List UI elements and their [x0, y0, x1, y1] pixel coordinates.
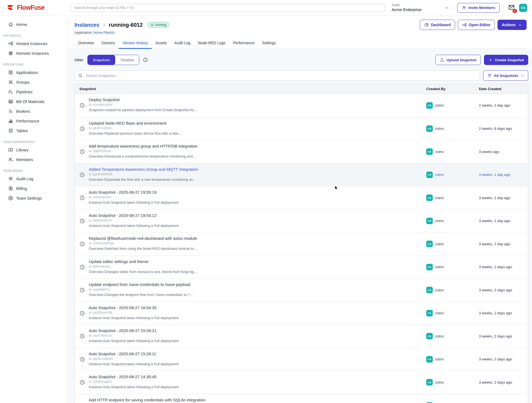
sidebar-item-bill-of-materials[interactable]: Bill Of Materials	[0, 97, 67, 106]
table-row[interactable]: Add temperature awareness group and HTTP…	[75, 140, 528, 163]
pie-chart-icon	[424, 23, 429, 27]
clock-icon	[79, 380, 85, 385]
create-snapshot-button[interactable]: Create Snapshot	[484, 55, 528, 65]
table-row[interactable]: Add HTTP endpoint for saving credentials…	[75, 394, 528, 403]
snapshots-table: Snapshot Created By Date Created Deploy …	[74, 84, 528, 403]
sidebar-item-groups[interactable]: Groups	[0, 77, 67, 87]
snapshot-title: Add HTTP endpoint for saving credentials…	[89, 398, 205, 402]
sidebar-item-performance[interactable]: Performance	[0, 116, 67, 126]
tab-overview[interactable]: Overview	[74, 38, 98, 49]
column-created-by: Created By	[426, 87, 479, 91]
snapshot-text: Auto Snapshot - 2025-08-27 14:30:45id: y…	[89, 371, 179, 394]
brokers-icon	[8, 109, 13, 114]
sidebar-item-applications[interactable]: Applications	[0, 67, 67, 77]
snapshot-title: Added Temperature Awareness Group and MQ…	[89, 167, 198, 172]
flowfuse-logo-icon	[7, 5, 15, 11]
audit-log-icon	[8, 176, 13, 181]
sidebar-item-label: Home	[16, 22, 27, 27]
table-row[interactable]: Auto Snapshot - 2025-08-27 15:28:11id: o…	[75, 348, 528, 371]
table-row[interactable]: Update endpoint from /save-credentials t…	[75, 278, 528, 302]
snapshot-title: Add temperature awareness group and HTTP…	[89, 144, 197, 148]
sidebar-item-label: Remote Instances	[16, 51, 49, 56]
page-header: Instances running-6012 running Dashboard…	[68, 16, 532, 49]
upload-snapshot-button[interactable]: Upload Snapshot	[435, 55, 481, 65]
created-by-name: cstns	[435, 334, 444, 338]
open-editor-button[interactable]: Open Editor	[458, 20, 495, 30]
view-option-snapshots[interactable]: Snapshots	[88, 55, 115, 65]
view-option-timeline[interactable]: Timeline	[115, 55, 139, 65]
snapshot-description: Instance Auto Snapshot taken following a…	[89, 224, 179, 228]
brand-name: FlowFuse	[17, 4, 45, 11]
sidebar-item-remote-instances[interactable]: Remote Instances	[0, 48, 67, 58]
sidebar-item-billing[interactable]: Billing	[0, 183, 67, 193]
created-by-name: cstns	[435, 196, 444, 200]
sidebar-item-library[interactable]: Library	[0, 145, 67, 155]
search-icon	[78, 73, 83, 78]
dashboard-button[interactable]: Dashboard	[420, 20, 455, 30]
table-row[interactable]: Deploy Snapshotid: X3o6Bw1k9WSnapshot cr…	[75, 94, 528, 117]
application-link[interactable]: Acme Plantzz	[93, 30, 115, 35]
table-row[interactable]: Auto Snapshot - 2025-08-27 19:54:12id: 0…	[75, 209, 528, 233]
notifications-button[interactable]: 5	[508, 4, 515, 12]
billing-icon	[8, 186, 13, 191]
sidebar-item-pipelines[interactable]: Pipelines	[0, 87, 67, 97]
tab-performance[interactable]: Performance	[229, 38, 258, 49]
snapshot-cell: Auto Snapshot - 2025-08-27 15:28:11id: o…	[75, 348, 426, 371]
team-label: TEAM:	[392, 4, 422, 7]
table-row[interactable]: Update editor settings and themeid: AlRP…	[75, 255, 528, 279]
table-row[interactable]: Auto Snapshot - 2025-08-27 16:04:35id: y…	[75, 302, 528, 325]
snapshot-id: id: eojkWlBPZa	[89, 288, 193, 291]
flowfuse-logo[interactable]: FlowFuse	[0, 4, 68, 11]
snapshot-text: Auto Snapshot - 2025-08-27 19:54:12id: 0…	[89, 210, 179, 233]
actions-button[interactable]: Actions	[497, 20, 527, 30]
sidebar-section-label: INSTANCES	[0, 34, 67, 37]
snapshot-title: Auto Snapshot - 2025-08-27 15:28:21	[89, 328, 179, 333]
table-row[interactable]: Updated Node-RED flows and environmentid…	[75, 117, 528, 140]
chevron-down-icon	[518, 23, 522, 27]
sidebar-item-hosted-instances[interactable]: Hosted Instances	[0, 39, 67, 48]
snapshot-description: Overview Switched from using the Node-RE…	[89, 247, 197, 251]
snapshot-filter-label: All Snapshots	[494, 74, 518, 78]
sidebar-item-members[interactable]: Members	[0, 155, 67, 164]
sidebar-item-label: Brokers	[16, 109, 30, 114]
sidebar-item-home[interactable]: Home	[0, 19, 67, 29]
table-row[interactable]: Replaced @flowfuse/node-red-dashboard wi…	[75, 232, 528, 255]
sidebar-item-team-settings[interactable]: Team Settings	[0, 193, 67, 203]
snapshot-id: id: aKZPYvEDAn	[89, 127, 182, 130]
team-search-input[interactable]	[71, 4, 385, 12]
created-by-cell: CScstns	[426, 210, 479, 233]
tab-audit-log[interactable]: Audit Log	[170, 38, 194, 49]
table-row[interactable]: Added Temperature Awareness Group and MQ…	[75, 163, 528, 186]
snapshot-title: Auto Snapshot - 2025-08-27 16:04:35	[89, 305, 179, 310]
tab-settings[interactable]: Settings	[258, 38, 280, 49]
tab-node-red-logs[interactable]: Node-RED Logs	[194, 38, 229, 49]
tab-devices[interactable]: Devices	[98, 38, 119, 49]
table-row[interactable]: Auto Snapshot - 2025-08-27 19:55:19id: n…	[75, 186, 528, 209]
members-icon	[8, 157, 13, 162]
snapshot-cell: Deploy Snapshotid: X3o6Bw1k9WSnapshot cr…	[75, 94, 426, 117]
sidebar-item-tables[interactable]: Tables	[0, 126, 67, 135]
bill-of-materials-icon	[8, 99, 13, 104]
sidebar-item-brokers[interactable]: Brokers	[0, 106, 67, 116]
created-by-cell: CScstns	[426, 302, 479, 325]
clock-icon	[79, 333, 85, 339]
snapshot-text: Deploy Snapshotid: X3o6Bw1k9WSnapshot cr…	[89, 94, 197, 117]
user-avatar[interactable]: CS	[519, 4, 527, 12]
info-icon[interactable]	[143, 57, 148, 63]
snapshot-search-input[interactable]	[85, 73, 476, 78]
breadcrumb-instances-link[interactable]: Instances	[74, 22, 99, 28]
table-row[interactable]: Auto Snapshot - 2025-08-27 14:30:45id: y…	[75, 371, 528, 394]
invite-members-button[interactable]: Invite Members	[457, 3, 500, 13]
snapshot-description: Instance Auto Snapshot taken following a…	[89, 339, 179, 343]
table-row[interactable]: Auto Snapshot - 2025-08-27 15:28:21id: J…	[75, 325, 528, 348]
snapshot-title: Replaced @flowfuse/node-red-dashboard wi…	[89, 236, 197, 241]
snapshot-text: Auto Snapshot - 2025-08-27 16:04:35id: y…	[89, 302, 179, 325]
tab-version-history[interactable]: Version History	[119, 38, 152, 49]
tab-assets[interactable]: Assets	[152, 38, 170, 49]
snapshot-title: Deploy Snapshot	[89, 97, 197, 102]
created-by-name: cstns	[435, 219, 444, 223]
sidebar-item-audit-log[interactable]: Audit Log	[0, 174, 67, 183]
team-selector[interactable]: TEAM: Acme Enterprise	[392, 4, 449, 12]
snapshot-filter-button[interactable]: All Snapshots	[483, 70, 528, 81]
team-selector-text: TEAM: Acme Enterprise	[392, 4, 422, 12]
